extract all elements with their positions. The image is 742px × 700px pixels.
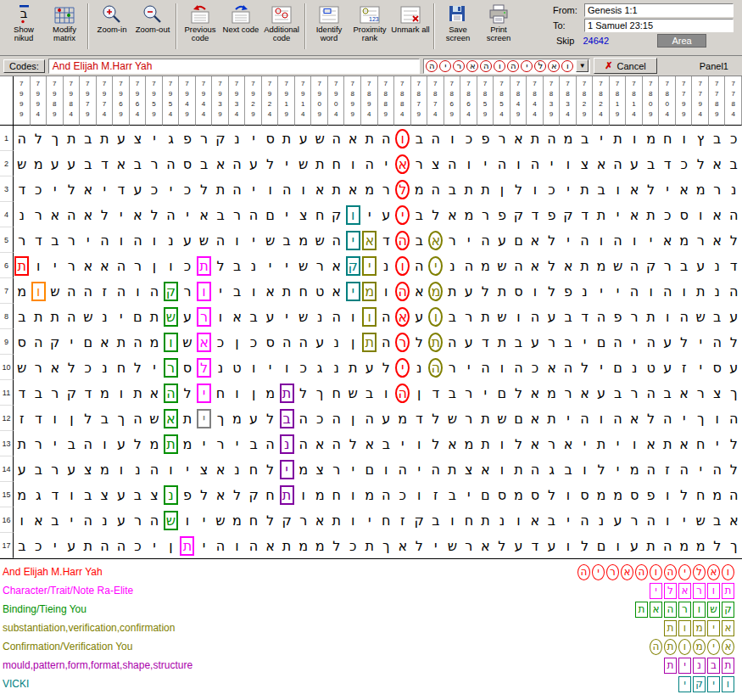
zoom-in-button[interactable]: Zoom-in (92, 2, 132, 36)
matrix-cell[interactable]: ת (14, 253, 31, 278)
matrix-cell[interactable]: א (560, 253, 577, 278)
matrix-cell[interactable]: א (80, 176, 97, 202)
matrix-cell[interactable]: ל (725, 329, 742, 355)
matrix-cell[interactable]: ר (47, 380, 64, 406)
matrix-cell[interactable]: ת (544, 406, 561, 431)
matrix-cell[interactable]: ה (64, 278, 81, 304)
matrix-cell[interactable]: ה (130, 329, 147, 355)
matrix-cell[interactable]: ה (146, 507, 163, 533)
matrix-cell[interactable]: ב (31, 456, 47, 482)
matrix-cell[interactable]: ש (692, 507, 709, 533)
matrix-cell[interactable]: ר (295, 507, 312, 533)
matrix-cell[interactable]: כ (179, 176, 196, 202)
matrix-cell[interactable]: ו (510, 151, 527, 176)
matrix-cell[interactable]: ק (411, 507, 428, 533)
matrix-cell[interactable]: מ (146, 431, 163, 456)
matrix-cell[interactable]: א (394, 533, 411, 558)
matrix-cell[interactable]: ל (262, 507, 279, 533)
matrix-cell[interactable]: ה (130, 406, 147, 431)
matrix-cell[interactable]: מ (361, 278, 378, 304)
matrix-cell[interactable]: א (311, 431, 328, 456)
matrix-cell[interactable]: ה (278, 176, 295, 202)
matrix-cell[interactable]: ב (361, 380, 378, 406)
matrix-cell[interactable]: ן (64, 406, 81, 431)
matrix-cell[interactable]: א (80, 202, 97, 227)
matrix-cell[interactable]: ד (31, 227, 47, 253)
matrix-cell[interactable]: ם (477, 482, 494, 507)
matrix-cell[interactable]: ז (676, 355, 693, 380)
matrix-cell[interactable]: ו (494, 431, 510, 456)
matrix-cell[interactable]: ן (344, 406, 361, 431)
matrix-cell[interactable]: י (229, 431, 246, 456)
matrix-cell[interactable]: ה (560, 355, 577, 380)
matrix-cell[interactable]: ג (311, 355, 328, 380)
matrix-cell[interactable]: כ (146, 176, 163, 202)
matrix-cell[interactable]: ב (278, 406, 295, 431)
matrix-cell[interactable]: כ (527, 355, 544, 380)
matrix-cell[interactable]: ר (659, 253, 676, 278)
matrix-cell[interactable]: ת (577, 176, 594, 202)
matrix-cell[interactable]: ת (577, 253, 594, 278)
matrix-cell[interactable]: ע (725, 355, 742, 380)
matrix-cell[interactable]: ו (659, 482, 676, 507)
matrix-cell[interactable]: ה (494, 151, 510, 176)
matrix-cell[interactable]: ר (460, 380, 477, 406)
matrix-cell[interactable]: נ (411, 355, 428, 380)
matrix-cell[interactable]: ה (676, 304, 693, 329)
matrix-cell[interactable]: ו (344, 304, 361, 329)
matrix-cell[interactable]: א (262, 278, 279, 304)
matrix-cell[interactable]: ה (527, 456, 544, 482)
matrix-cell[interactable]: ה (113, 253, 130, 278)
matrix-cell[interactable]: מ (97, 456, 114, 482)
matrix-cell[interactable]: ל (544, 278, 561, 304)
matrix-cell[interactable]: י (262, 355, 279, 380)
matrix-cell[interactable]: ר (626, 380, 643, 406)
matrix-cell[interactable]: א (676, 380, 693, 406)
matrix-cell[interactable]: מ (610, 482, 627, 507)
matrix-cell[interactable]: ל (427, 202, 444, 227)
matrix-cell[interactable]: ר (31, 202, 47, 227)
matrix-cell[interactable]: ק (643, 253, 660, 278)
matrix-cell[interactable]: ל (709, 533, 726, 558)
matrix-cell[interactable]: ה (361, 406, 378, 431)
matrix-cell[interactable]: מ (460, 431, 477, 456)
matrix-cell[interactable]: ל (725, 431, 742, 456)
matrix-cell[interactable]: ו (163, 456, 180, 482)
matrix-cell[interactable]: ו (229, 533, 246, 558)
matrix-cell[interactable]: א (31, 507, 47, 533)
matrix-cell[interactable]: א (97, 329, 114, 355)
matrix-cell[interactable]: ב (444, 380, 461, 406)
area-button[interactable]: Area (657, 34, 706, 48)
matrix-cell[interactable]: כ (31, 176, 47, 202)
matrix-cell[interactable]: י (47, 176, 64, 202)
matrix-cell[interactable]: ר (196, 126, 213, 151)
matrix-cell[interactable]: י (544, 151, 561, 176)
matrix-cell[interactable]: ו (130, 278, 147, 304)
matrix-cell[interactable]: ם (80, 329, 97, 355)
matrix-cell[interactable]: נ (229, 126, 246, 151)
matrix-cell[interactable]: ל (643, 176, 660, 202)
matrix-cell[interactable]: ר (444, 355, 461, 380)
matrix-cell[interactable]: פ (610, 304, 627, 329)
matrix-cell[interactable]: כ (130, 533, 147, 558)
matrix-cell[interactable]: ש (311, 227, 328, 253)
matrix-cell[interactable]: מ (477, 253, 494, 278)
matrix-cell[interactable]: ה (295, 431, 312, 456)
matrix-cell[interactable]: ב (47, 227, 64, 253)
matrix-cell[interactable]: ו (394, 126, 411, 151)
matrix-cell[interactable]: ה (328, 406, 345, 431)
matrix-cell[interactable]: ד (97, 151, 114, 176)
matrix-cell[interactable]: ש (163, 507, 180, 533)
matrix-cell[interactable]: צ (295, 202, 312, 227)
matrix-cell[interactable]: ט (229, 355, 246, 380)
matrix-cell[interactable]: מ (692, 533, 709, 558)
matrix-cell[interactable]: י (676, 406, 693, 431)
matrix-cell[interactable]: ר (64, 253, 81, 278)
matrix-cell[interactable]: ח (212, 380, 229, 406)
matrix-cell[interactable]: ס (626, 482, 643, 507)
matrix-cell[interactable]: ס (494, 482, 510, 507)
matrix-cell[interactable]: ן (163, 533, 180, 558)
matrix-cell[interactable]: ה (527, 304, 544, 329)
matrix-cell[interactable]: ה (659, 406, 676, 431)
matrix-cell[interactable]: כ (394, 482, 411, 507)
